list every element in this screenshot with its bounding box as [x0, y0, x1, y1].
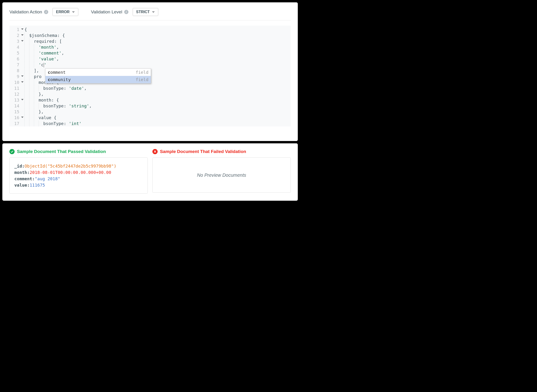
validation-action-value: ERROR — [56, 10, 70, 14]
failed-heading-text: Sample Document That Failed Validation — [160, 149, 246, 154]
chevron-down-icon — [72, 11, 75, 13]
validation-action-label: Validation Action i — [10, 9, 48, 14]
empty-state-text: No Preview Documents — [197, 172, 246, 178]
chevron-down-icon — [152, 11, 155, 13]
failed-document-card: No Preview Documents — [152, 158, 291, 193]
field-key: value: — [14, 183, 30, 187]
validation-level-label-text: Validation Level — [91, 9, 122, 14]
field-value: "aug 2018" — [35, 176, 60, 181]
passed-document-card: _id:ObjectId("5c45bf2447de2b5c9979bb98")… — [10, 158, 148, 194]
field-value: 111675 — [30, 183, 45, 187]
validation-results-panel: Sample Document That Passed Validation _… — [2, 143, 298, 201]
validation-level-label: Validation Level i — [91, 9, 128, 14]
autocomplete-hint: field — [136, 69, 148, 75]
failed-column: Sample Document That Failed Validation N… — [152, 149, 291, 194]
schema-editor[interactable]: 1234567891011121314151617 {$jsonSchema: … — [10, 26, 291, 126]
x-circle-icon — [152, 149, 158, 154]
failed-heading: Sample Document That Failed Validation — [152, 149, 291, 154]
validation-toolbar: Validation Action i ERROR Validation Lev… — [10, 8, 291, 20]
autocomplete-match-rest: ommunity — [50, 77, 71, 82]
validation-action-dropdown[interactable]: ERROR — [52, 8, 78, 16]
field-key: comment: — [14, 176, 35, 181]
field-value: 2018-08-01T00:00:00.00.000+00.00 — [30, 170, 111, 175]
autocomplete-hint: field — [136, 77, 148, 83]
info-icon[interactable]: i — [124, 10, 128, 14]
field-key: month: — [14, 170, 30, 175]
doc-field-row: month:2018-08-01T00:00:00.00.000+00.00 — [14, 169, 143, 176]
doc-field-row: _id:ObjectId("5c45bf2447de2b5c9979bb98") — [14, 163, 143, 169]
line-number-gutter: 1234567891011121314151617 — [10, 26, 21, 126]
validation-action-label-text: Validation Action — [10, 9, 42, 14]
field-value: ObjectId("5c45bf2447de2b5c9979bb98") — [24, 163, 116, 168]
autocomplete-match-prefix: c — [48, 70, 50, 75]
passed-heading-text: Sample Document That Passed Validation — [17, 149, 106, 154]
info-icon[interactable]: i — [44, 10, 48, 14]
autocomplete-match-prefix: c — [48, 77, 50, 82]
validation-level-value: STRICT — [136, 10, 150, 14]
passed-column: Sample Document That Passed Validation _… — [10, 149, 148, 194]
check-circle-icon — [10, 149, 14, 154]
doc-field-row: comment:"aug 2018" — [14, 176, 143, 182]
validation-level-dropdown[interactable]: STRICT — [133, 8, 159, 16]
doc-field-row: value:111675 — [14, 182, 143, 188]
autocomplete-item[interactable]: community field — [45, 76, 151, 83]
autocomplete-item[interactable]: comment field — [45, 69, 151, 76]
passed-heading: Sample Document That Passed Validation — [10, 149, 148, 154]
autocomplete-popup[interactable]: comment field community field — [45, 68, 151, 84]
field-key: _id: — [14, 163, 24, 168]
validation-editor-panel: Validation Action i ERROR Validation Lev… — [2, 2, 298, 141]
autocomplete-match-rest: omment — [50, 70, 66, 75]
